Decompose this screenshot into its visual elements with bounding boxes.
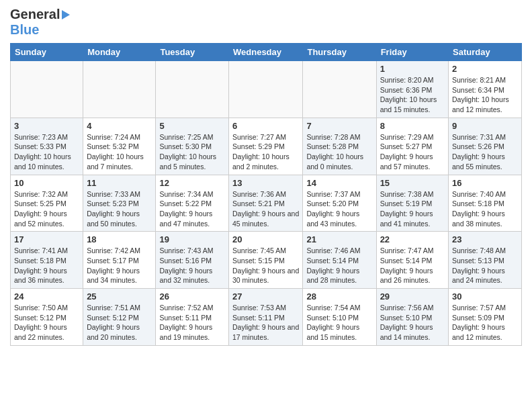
day-number: 23	[452, 234, 518, 244]
weekday-header-monday: Monday	[83, 44, 156, 61]
calendar-day-cell: 16Sunrise: 7:40 AM Sunset: 5:18 PM Dayli…	[449, 175, 522, 232]
day-number: 10	[14, 178, 79, 188]
calendar-day-cell: 20Sunrise: 7:45 AM Sunset: 5:15 PM Dayli…	[229, 232, 303, 289]
calendar-week-row: 3Sunrise: 7:23 AM Sunset: 5:33 PM Daylig…	[11, 118, 522, 175]
day-number: 28	[306, 291, 372, 302]
day-info: Sunrise: 7:29 AM Sunset: 5:27 PM Dayligh…	[380, 132, 445, 172]
calendar-day-cell: 13Sunrise: 7:36 AM Sunset: 5:21 PM Dayli…	[229, 175, 303, 232]
day-number: 2	[452, 64, 518, 74]
calendar-day-cell	[11, 61, 83, 118]
day-info: Sunrise: 7:48 AM Sunset: 5:13 PM Dayligh…	[452, 246, 518, 285]
day-info: Sunrise: 7:51 AM Sunset: 5:12 PM Dayligh…	[87, 303, 152, 342]
calendar-day-cell: 1Sunrise: 8:20 AM Sunset: 6:36 PM Daylig…	[376, 61, 448, 118]
day-info: Sunrise: 7:57 AM Sunset: 5:09 PM Dayligh…	[452, 303, 518, 342]
calendar-day-cell: 28Sunrise: 7:54 AM Sunset: 5:10 PM Dayli…	[303, 289, 376, 346]
calendar-week-row: 17Sunrise: 7:41 AM Sunset: 5:18 PM Dayli…	[11, 232, 522, 289]
calendar-day-cell: 9Sunrise: 7:31 AM Sunset: 5:26 PM Daylig…	[449, 118, 522, 175]
day-info: Sunrise: 7:24 AM Sunset: 5:32 PM Dayligh…	[87, 132, 152, 172]
day-info: Sunrise: 7:47 AM Sunset: 5:14 PM Dayligh…	[380, 246, 445, 285]
day-number: 9	[452, 121, 518, 131]
day-info: Sunrise: 7:31 AM Sunset: 5:26 PM Dayligh…	[452, 132, 518, 172]
calendar-day-cell	[229, 61, 303, 118]
calendar-day-cell: 10Sunrise: 7:32 AM Sunset: 5:25 PM Dayli…	[11, 175, 83, 232]
day-info: Sunrise: 8:20 AM Sunset: 6:36 PM Dayligh…	[380, 75, 445, 115]
day-info: Sunrise: 7:50 AM Sunset: 5:12 PM Dayligh…	[14, 303, 79, 342]
calendar-day-cell: 29Sunrise: 7:56 AM Sunset: 5:10 PM Dayli…	[376, 289, 448, 346]
day-number: 17	[14, 234, 79, 244]
day-number: 16	[452, 178, 518, 188]
day-number: 13	[232, 178, 299, 188]
day-number: 29	[380, 291, 445, 302]
day-info: Sunrise: 7:34 AM Sunset: 5:22 PM Dayligh…	[159, 189, 225, 229]
page-header: General Blue	[10, 7, 522, 38]
calendar-day-cell	[156, 61, 229, 118]
calendar-day-cell: 11Sunrise: 7:33 AM Sunset: 5:23 PM Dayli…	[83, 175, 156, 232]
day-info: Sunrise: 8:21 AM Sunset: 6:34 PM Dayligh…	[452, 75, 518, 115]
calendar-day-cell	[83, 61, 156, 118]
day-info: Sunrise: 7:32 AM Sunset: 5:25 PM Dayligh…	[14, 189, 79, 229]
calendar-day-cell: 30Sunrise: 7:57 AM Sunset: 5:09 PM Dayli…	[449, 289, 522, 346]
day-info: Sunrise: 7:36 AM Sunset: 5:21 PM Dayligh…	[232, 189, 299, 229]
day-number: 22	[380, 234, 445, 244]
calendar-day-cell: 26Sunrise: 7:52 AM Sunset: 5:11 PM Dayli…	[156, 289, 229, 346]
calendar-day-cell	[303, 61, 376, 118]
day-info: Sunrise: 7:28 AM Sunset: 5:28 PM Dayligh…	[306, 132, 372, 172]
calendar-week-row: 1Sunrise: 8:20 AM Sunset: 6:36 PM Daylig…	[11, 61, 522, 118]
day-info: Sunrise: 7:33 AM Sunset: 5:23 PM Dayligh…	[87, 189, 152, 229]
logo-triangle-icon	[62, 10, 70, 19]
day-number: 24	[14, 291, 79, 302]
day-info: Sunrise: 7:45 AM Sunset: 5:15 PM Dayligh…	[232, 246, 299, 285]
day-info: Sunrise: 7:42 AM Sunset: 5:17 PM Dayligh…	[87, 246, 152, 285]
calendar-day-cell: 2Sunrise: 8:21 AM Sunset: 6:34 PM Daylig…	[449, 61, 522, 118]
calendar-day-cell: 6Sunrise: 7:27 AM Sunset: 5:29 PM Daylig…	[229, 118, 303, 175]
calendar-day-cell: 25Sunrise: 7:51 AM Sunset: 5:12 PM Dayli…	[83, 289, 156, 346]
calendar-day-cell: 14Sunrise: 7:37 AM Sunset: 5:20 PM Dayli…	[303, 175, 376, 232]
day-info: Sunrise: 7:53 AM Sunset: 5:11 PM Dayligh…	[232, 303, 299, 342]
weekday-header-wednesday: Wednesday	[229, 44, 303, 61]
calendar-week-row: 10Sunrise: 7:32 AM Sunset: 5:25 PM Dayli…	[11, 175, 522, 232]
day-info: Sunrise: 7:40 AM Sunset: 5:18 PM Dayligh…	[452, 189, 518, 229]
day-number: 15	[380, 178, 445, 188]
calendar-day-cell: 23Sunrise: 7:48 AM Sunset: 5:13 PM Dayli…	[449, 232, 522, 289]
weekday-header-row: SundayMondayTuesdayWednesdayThursdayFrid…	[11, 44, 522, 61]
calendar-day-cell: 24Sunrise: 7:50 AM Sunset: 5:12 PM Dayli…	[11, 289, 83, 346]
logo-text-general: General	[10, 7, 60, 22]
calendar-day-cell: 17Sunrise: 7:41 AM Sunset: 5:18 PM Dayli…	[11, 232, 83, 289]
calendar-day-cell: 12Sunrise: 7:34 AM Sunset: 5:22 PM Dayli…	[156, 175, 229, 232]
calendar-day-cell: 4Sunrise: 7:24 AM Sunset: 5:32 PM Daylig…	[83, 118, 156, 175]
calendar-week-row: 24Sunrise: 7:50 AM Sunset: 5:12 PM Dayli…	[11, 289, 522, 346]
day-info: Sunrise: 7:46 AM Sunset: 5:14 PM Dayligh…	[306, 246, 372, 285]
day-number: 27	[232, 291, 299, 302]
day-number: 25	[87, 291, 152, 302]
calendar-day-cell: 27Sunrise: 7:53 AM Sunset: 5:11 PM Dayli…	[229, 289, 303, 346]
day-number: 1	[380, 64, 445, 74]
day-number: 7	[306, 121, 372, 131]
day-number: 6	[232, 121, 299, 131]
weekday-header-saturday: Saturday	[449, 44, 522, 61]
day-info: Sunrise: 7:54 AM Sunset: 5:10 PM Dayligh…	[306, 303, 372, 342]
day-number: 30	[452, 291, 518, 302]
calendar-day-cell: 3Sunrise: 7:23 AM Sunset: 5:33 PM Daylig…	[11, 118, 83, 175]
day-number: 5	[159, 121, 225, 131]
day-number: 12	[159, 178, 225, 188]
day-number: 14	[306, 178, 372, 188]
day-number: 19	[159, 234, 225, 244]
day-info: Sunrise: 7:25 AM Sunset: 5:30 PM Dayligh…	[159, 132, 225, 172]
day-info: Sunrise: 7:41 AM Sunset: 5:18 PM Dayligh…	[14, 246, 79, 285]
day-number: 18	[87, 234, 152, 244]
day-info: Sunrise: 7:23 AM Sunset: 5:33 PM Dayligh…	[14, 132, 79, 172]
weekday-header-sunday: Sunday	[11, 44, 83, 61]
logo: General Blue	[10, 7, 70, 38]
weekday-header-thursday: Thursday	[303, 44, 376, 61]
calendar-day-cell: 15Sunrise: 7:38 AM Sunset: 5:19 PM Dayli…	[376, 175, 448, 232]
day-number: 11	[87, 178, 152, 188]
day-info: Sunrise: 7:38 AM Sunset: 5:19 PM Dayligh…	[380, 189, 445, 229]
day-number: 8	[380, 121, 445, 131]
weekday-header-friday: Friday	[376, 44, 448, 61]
day-info: Sunrise: 7:52 AM Sunset: 5:11 PM Dayligh…	[159, 303, 225, 342]
day-info: Sunrise: 7:56 AM Sunset: 5:10 PM Dayligh…	[380, 303, 445, 342]
day-number: 20	[232, 234, 299, 244]
weekday-header-tuesday: Tuesday	[156, 44, 229, 61]
day-number: 21	[306, 234, 372, 244]
day-info: Sunrise: 7:37 AM Sunset: 5:20 PM Dayligh…	[306, 189, 372, 229]
